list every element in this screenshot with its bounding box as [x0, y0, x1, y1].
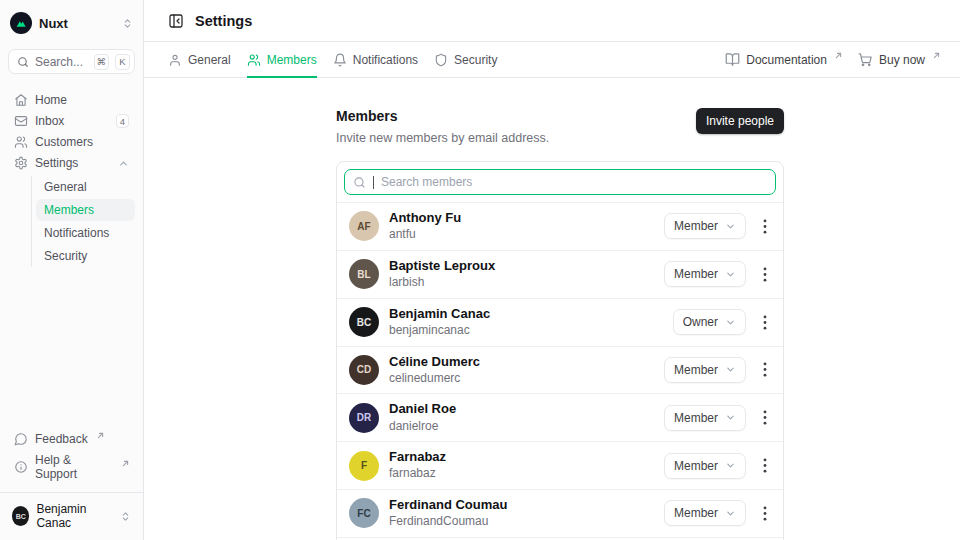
kebab-icon	[763, 362, 767, 377]
link-label: Buy now	[879, 53, 925, 67]
text-caret	[373, 176, 374, 189]
member-role-select[interactable]: Member	[664, 405, 746, 431]
member-avatar: BC	[349, 307, 379, 337]
member-role-select[interactable]: Member	[664, 261, 746, 287]
sidebar-item-general[interactable]: General	[36, 176, 135, 198]
member-name: Céline Dumerc	[389, 354, 480, 370]
sidebar-item-notifications[interactable]: Notifications	[36, 222, 135, 244]
sidebar-item-feedback[interactable]: Feedback	[8, 429, 135, 449]
member-row: F Farnabaz farnabaz Member	[337, 441, 783, 489]
unfold-icon	[120, 511, 131, 522]
users-icon	[14, 135, 28, 149]
member-avatar: FC	[349, 498, 379, 528]
tab-notifications[interactable]: Notifications	[333, 42, 418, 77]
member-username: celinedumerc	[389, 371, 480, 387]
sidebar-footer-links: Feedback Help & Support	[8, 429, 135, 484]
chevron-up-icon	[118, 158, 129, 169]
sidebar-item-members[interactable]: Members	[36, 199, 135, 221]
tab-security[interactable]: Security	[434, 42, 497, 77]
documentation-link[interactable]: Documentation	[725, 52, 842, 67]
sidebar-item-label: Security	[44, 249, 87, 263]
member-name: Farnabaz	[389, 449, 446, 465]
search-placeholder: Search...	[35, 55, 88, 69]
member-more-button[interactable]	[759, 504, 771, 523]
sidebar-item-label: Customers	[35, 135, 93, 149]
member-role-select[interactable]: Member	[664, 213, 746, 239]
kebab-icon	[763, 458, 767, 473]
shield-icon	[434, 53, 448, 67]
section-title: Members	[336, 108, 549, 124]
sidebar-item-label: Home	[35, 93, 67, 107]
member-role-select[interactable]: Member	[664, 453, 746, 479]
member-name: Ferdinand Coumau	[389, 497, 507, 513]
chat-icon	[14, 432, 28, 446]
unfold-icon	[122, 18, 133, 29]
kebab-icon	[763, 267, 767, 282]
member-row: FC Ferdinand Coumau FerdinandCoumau Memb…	[337, 489, 783, 537]
home-icon	[14, 93, 28, 107]
kbd-k: K	[115, 54, 130, 70]
sidebar-item-label: Notifications	[44, 226, 109, 240]
user-avatar: BC	[12, 506, 29, 526]
member-more-button[interactable]	[759, 265, 771, 284]
member-more-button[interactable]	[759, 360, 771, 379]
chevron-down-icon	[725, 412, 736, 423]
member-username: danielroe	[389, 419, 456, 435]
member-more-button[interactable]	[759, 313, 771, 332]
tab-members[interactable]: Members	[247, 42, 317, 77]
chevron-down-icon	[725, 460, 736, 471]
sidebar-search-input[interactable]: Search... ⌘ K	[8, 49, 135, 74]
user-name: Benjamin Canac	[36, 502, 113, 530]
sidebar-item-customers[interactable]: Customers	[8, 132, 135, 152]
member-username: larbish	[389, 275, 495, 291]
cart-icon	[858, 52, 873, 67]
panel-left-close-icon	[168, 13, 184, 29]
member-username: benjamincanac	[389, 323, 490, 339]
member-more-button[interactable]	[759, 217, 771, 236]
sidebar-item-label: Help & Support	[35, 453, 113, 481]
buy-now-link[interactable]: Buy now	[858, 52, 940, 67]
member-role-select[interactable]: Member	[664, 500, 746, 526]
member-row: CD Céline Dumerc celinedumerc Member	[337, 346, 783, 394]
chevron-down-icon	[725, 508, 736, 519]
member-search-input[interactable]: Search members	[344, 169, 776, 195]
tab-label: Security	[454, 53, 497, 67]
chevron-down-icon	[725, 221, 736, 232]
sidebar-item-help-support[interactable]: Help & Support	[8, 450, 135, 484]
member-name: Daniel Roe	[389, 401, 456, 417]
gear-icon	[14, 156, 28, 170]
workspace-name: Nuxt	[39, 16, 68, 31]
info-icon	[14, 460, 28, 474]
member-more-button[interactable]	[759, 408, 771, 427]
kbd-cmd: ⌘	[94, 54, 110, 70]
members-card: Search members AF Anthony Fu antfu Membe…	[336, 161, 784, 540]
member-search-placeholder: Search members	[381, 175, 472, 189]
tab-bar: General Members Notifications Security	[144, 42, 960, 78]
sidebar-item-label: General	[44, 180, 87, 194]
member-avatar: DR	[349, 403, 379, 433]
member-role-select[interactable]: Owner	[673, 309, 746, 335]
bell-icon	[333, 53, 347, 67]
sidebar-item-security[interactable]: Security	[36, 245, 135, 267]
sidebar-item-inbox[interactable]: Inbox 4	[8, 111, 135, 131]
external-link-icon	[122, 460, 129, 467]
users-icon	[247, 53, 261, 67]
collapse-sidebar-button[interactable]	[168, 13, 184, 29]
invite-people-button[interactable]: Invite people	[696, 108, 784, 134]
user-icon	[168, 53, 182, 67]
sidebar-nav: Home Inbox 4 Customers Settings	[8, 90, 135, 267]
tab-general[interactable]: General	[168, 42, 231, 77]
member-more-button[interactable]	[759, 456, 771, 475]
nuxt-logo-icon	[10, 12, 32, 34]
kebab-icon	[763, 506, 767, 521]
member-row: DR Daniel Roe danielroe Member	[337, 393, 783, 441]
member-avatar: BL	[349, 259, 379, 289]
sidebar-item-home[interactable]: Home	[8, 90, 135, 110]
chevron-down-icon	[725, 269, 736, 280]
sidebar-item-settings[interactable]: Settings	[8, 153, 135, 173]
user-menu[interactable]: BC Benjamin Canac	[8, 493, 135, 532]
member-role-select[interactable]: Member	[664, 357, 746, 383]
external-link-icon	[97, 432, 104, 439]
workspace-switcher[interactable]: Nuxt	[8, 10, 135, 36]
tab-label: Notifications	[353, 53, 418, 67]
